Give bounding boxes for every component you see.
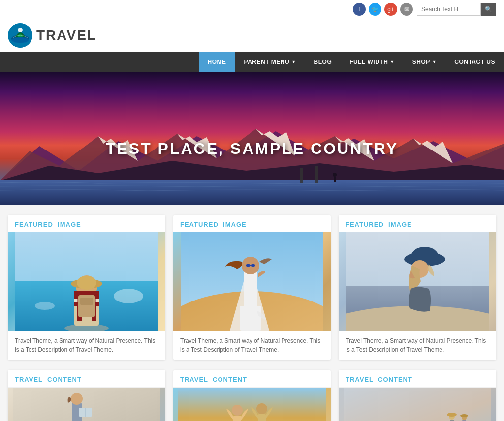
travel-content-grid: TRAVEL CONTENT bbox=[8, 370, 496, 421]
travel-card-3-header: TRAVEL CONTENT bbox=[339, 370, 496, 388]
nav-item-parent-menu[interactable]: PARENT MENU ▼ bbox=[235, 52, 305, 72]
svg-rect-56 bbox=[258, 414, 266, 421]
hero-title: TEST PLACE, SAMPLE COUNTRY bbox=[106, 140, 398, 158]
svg-rect-37 bbox=[246, 264, 250, 267]
featured-card-2: FEATURED IMAGE bbox=[173, 215, 331, 360]
featured-cards-section: FEATURED IMAGE bbox=[0, 205, 504, 370]
travel-img-1-svg bbox=[13, 388, 160, 421]
card-1-header: FEATURED IMAGE bbox=[8, 215, 165, 232]
nav-item-shop[interactable]: SHOP ▼ bbox=[404, 52, 445, 72]
hero-section: TEST PLACE, SAMPLE COUNTRY bbox=[0, 72, 504, 205]
featured-card-3: FEATURED IMAGE bbox=[339, 215, 496, 360]
dropdown-arrow: ▼ bbox=[291, 60, 296, 64]
travel-card-2-content: CONTENT bbox=[213, 376, 247, 383]
card-2-image bbox=[173, 232, 331, 331]
svg-point-3 bbox=[18, 28, 23, 32]
site-header: TRAVEL bbox=[0, 19, 504, 52]
svg-point-63 bbox=[460, 414, 468, 417]
site-logo[interactable]: TRAVEL bbox=[8, 23, 96, 48]
travel-card-1-content: CONTENT bbox=[47, 376, 82, 383]
nav-item-full-width[interactable]: FULL WIDTH ▼ bbox=[341, 52, 404, 72]
travel-card-2-accent: TRAVEL bbox=[180, 376, 208, 383]
card-1-image bbox=[8, 232, 165, 331]
logo-text: TRAVEL bbox=[36, 28, 96, 43]
svg-rect-4 bbox=[0, 180, 504, 205]
featured-cards-grid: FEATURED IMAGE bbox=[8, 215, 496, 360]
card-3-accent: IMAGE bbox=[388, 221, 412, 228]
social-icons: f 🐦 g+ ✉ bbox=[353, 3, 413, 16]
svg-point-53 bbox=[232, 405, 243, 416]
travel-card-2: TRAVEL CONTENT bbox=[173, 370, 331, 421]
featured-card-1: FEATURED IMAGE bbox=[8, 215, 165, 360]
card-1-accent: IMAGE bbox=[58, 221, 81, 228]
travel-card-2-header: TRAVEL CONTENT bbox=[173, 370, 331, 388]
svg-rect-14 bbox=[315, 166, 318, 183]
twitter-icon[interactable]: 🐦 bbox=[369, 3, 381, 16]
card-3-image-block bbox=[339, 232, 496, 331]
card-3-header: FEATURED IMAGE bbox=[339, 215, 496, 232]
travel-img-2-svg bbox=[178, 388, 326, 421]
search-wrap: 🔍 bbox=[417, 3, 496, 16]
desert-scene bbox=[181, 232, 323, 331]
beach-scene-1 bbox=[15, 232, 158, 331]
beach-scene-2 bbox=[346, 232, 489, 331]
logo-circle bbox=[8, 23, 32, 48]
card-3-description: Travel Theme, a Smart way of Natural Pre… bbox=[339, 331, 496, 360]
travel-card-1-image bbox=[8, 388, 165, 421]
card-1-prefix: FEATURED bbox=[15, 221, 53, 228]
email-icon[interactable]: ✉ bbox=[400, 3, 413, 16]
travel-card-1-img-block bbox=[8, 388, 165, 421]
svg-point-23 bbox=[77, 276, 96, 290]
google-plus-icon[interactable]: g+ bbox=[384, 3, 397, 16]
svg-rect-54 bbox=[233, 416, 241, 421]
card-1-description: Travel Theme, a Smart way of Natural Pre… bbox=[8, 331, 165, 360]
search-button[interactable]: 🔍 bbox=[481, 3, 496, 16]
card-3-image bbox=[339, 232, 496, 331]
travel-card-2-image bbox=[173, 388, 331, 421]
card-2-description: Travel Theme, a Smart way of Natural Pre… bbox=[173, 331, 331, 360]
svg-rect-57 bbox=[344, 388, 491, 421]
travel-img-3-svg bbox=[344, 388, 491, 421]
svg-rect-39 bbox=[250, 265, 251, 266]
travel-card-3-image bbox=[339, 388, 496, 421]
card-1-image-block bbox=[8, 232, 165, 331]
nav-item-home[interactable]: HOME bbox=[199, 52, 235, 72]
travel-card-1-header: TRAVEL CONTENT bbox=[8, 370, 165, 388]
hero-mountains-svg bbox=[0, 126, 504, 205]
svg-point-49 bbox=[71, 393, 83, 405]
svg-point-31 bbox=[114, 289, 143, 303]
svg-point-2 bbox=[11, 37, 29, 43]
travel-card-3-img-block bbox=[339, 388, 496, 421]
dropdown-arrow: ▼ bbox=[390, 60, 394, 64]
main-nav: HOME PARENT MENU ▼ BLOG FULL WIDTH ▼ SHO… bbox=[0, 52, 504, 72]
logo-svg bbox=[8, 23, 32, 48]
travel-card-3-content: CONTENT bbox=[378, 376, 412, 383]
svg-rect-30 bbox=[80, 298, 93, 305]
svg-rect-13 bbox=[300, 168, 303, 183]
svg-point-15 bbox=[333, 173, 337, 177]
search-input[interactable] bbox=[417, 3, 481, 16]
facebook-icon[interactable]: f bbox=[353, 3, 366, 16]
nav-item-blog[interactable]: BLOG bbox=[305, 52, 341, 72]
travel-content-section: TRAVEL CONTENT bbox=[0, 370, 504, 421]
svg-rect-38 bbox=[251, 264, 255, 267]
svg-rect-52 bbox=[178, 388, 326, 421]
card-2-accent: IMAGE bbox=[223, 221, 247, 228]
nav-items: HOME PARENT MENU ▼ BLOG FULL WIDTH ▼ SHO… bbox=[199, 52, 504, 72]
svg-rect-16 bbox=[334, 177, 336, 182]
card-2-prefix: FEATURED bbox=[180, 221, 219, 228]
travel-card-3-accent: TRAVEL bbox=[346, 376, 374, 383]
travel-card-1-accent: TRAVEL bbox=[15, 376, 43, 383]
svg-point-32 bbox=[35, 302, 55, 310]
travel-card-2-img-block bbox=[173, 388, 331, 421]
card-3-prefix: FEATURED bbox=[346, 221, 384, 228]
dropdown-arrow: ▼ bbox=[432, 60, 437, 64]
svg-point-55 bbox=[256, 403, 267, 414]
svg-point-60 bbox=[447, 413, 457, 417]
travel-card-1: TRAVEL CONTENT bbox=[8, 370, 165, 421]
nav-item-contact[interactable]: CONTACT US bbox=[445, 52, 504, 72]
card-2-header: FEATURED IMAGE bbox=[173, 215, 331, 232]
top-bar: f 🐦 g+ ✉ 🔍 bbox=[0, 0, 504, 19]
travel-card-3: TRAVEL CONTENT bbox=[339, 370, 496, 421]
card-2-image-block bbox=[173, 232, 331, 331]
